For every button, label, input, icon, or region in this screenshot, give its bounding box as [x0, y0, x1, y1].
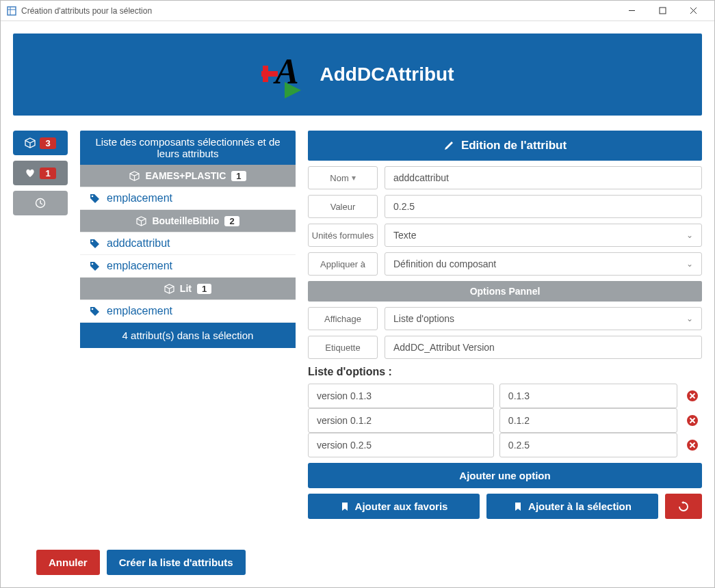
component-list-header: Liste des composants sélectionnés et de …: [80, 131, 296, 165]
component-list-footer: 4 attribut(s) dans la sélection: [80, 323, 296, 348]
app-icon: [6, 5, 17, 16]
cancel-button[interactable]: Annuler: [36, 550, 100, 575]
option-value-input[interactable]: [499, 433, 677, 457]
clock-icon: [35, 198, 46, 209]
valeur-label: Valeur: [308, 195, 378, 218]
attribute-row[interactable]: emplacement: [80, 187, 296, 210]
close-circle-icon: [686, 439, 699, 451]
tag-icon: [90, 193, 100, 204]
options-pannel-header: Options Pannel: [308, 281, 702, 302]
appliquer-label: Appliquer à: [308, 252, 378, 276]
bookmark-icon: [513, 502, 523, 511]
attribute-row[interactable]: emplacement: [80, 255, 296, 278]
refresh-icon: [678, 501, 689, 512]
sidebar-history-button[interactable]: [13, 191, 68, 215]
option-name-input[interactable]: [308, 384, 494, 408]
valeur-input[interactable]: [385, 195, 702, 218]
option-row: [308, 384, 702, 408]
tag-icon: [90, 306, 100, 317]
option-value-input[interactable]: [499, 408, 677, 433]
window-title: Création d'attributs pour la sélection: [21, 6, 152, 16]
unites-label: Unités formules: [308, 224, 378, 247]
cube-icon: [129, 171, 140, 181]
component-header[interactable]: BouteilleBiblio2: [80, 210, 296, 232]
attribute-name: emplacement: [107, 192, 172, 204]
option-name-input[interactable]: [308, 433, 494, 457]
svg-rect-2: [660, 8, 666, 14]
etiquette-input[interactable]: [385, 336, 702, 359]
maximize-button[interactable]: [647, 1, 678, 21]
caret-down-icon: ▾: [352, 173, 356, 183]
component-header[interactable]: EAMES+PLASTIC1: [80, 165, 296, 187]
sidebar: 3 1: [13, 131, 68, 519]
reset-button[interactable]: [665, 494, 702, 519]
cube-icon: [164, 284, 174, 294]
app-logo: A: [261, 51, 309, 98]
selection-count-badge: 3: [40, 137, 55, 149]
chevron-down-icon: ⌄: [686, 230, 693, 240]
option-value-input[interactable]: [499, 384, 677, 408]
option-row: [308, 408, 702, 433]
attribute-row[interactable]: emplacement: [80, 300, 296, 323]
pencil-icon: [443, 140, 454, 151]
add-option-button[interactable]: Ajouter une option: [308, 463, 702, 488]
svg-rect-0: [8, 7, 16, 15]
nom-label-button[interactable]: Nom ▾: [308, 166, 378, 189]
nom-input[interactable]: [385, 166, 702, 189]
unites-select[interactable]: Texte ⌄: [385, 224, 702, 247]
delete-option-button[interactable]: [683, 390, 702, 402]
add-to-favorites-button[interactable]: Ajouter aux favoris: [308, 494, 480, 519]
component-name: Lit: [180, 283, 192, 294]
chevron-down-icon: ⌄: [686, 259, 693, 269]
cube-icon: [25, 137, 36, 148]
option-name-input[interactable]: [308, 408, 494, 433]
cube-icon: [136, 216, 146, 226]
close-circle-icon: [686, 390, 699, 402]
app-window: Création d'attributs pour la sélection A…: [0, 0, 715, 588]
affichage-select[interactable]: Liste d'options ⌄: [385, 307, 702, 330]
affichage-label: Affichage: [308, 307, 378, 330]
delete-option-button[interactable]: [683, 439, 702, 451]
favorites-count-badge: 1: [40, 168, 55, 179]
component-name: BouteilleBiblio: [152, 215, 219, 226]
footer-bar: Annuler Créer la liste d'attributs: [36, 550, 246, 575]
attribute-row[interactable]: adddcattribut: [80, 232, 296, 255]
heart-icon: [25, 168, 36, 178]
attribute-name: emplacement: [107, 260, 172, 272]
attribute-editor-panel: Edition de l'attribut Nom ▾ Valeur Unité…: [308, 131, 702, 519]
svg-rect-7: [261, 71, 278, 77]
editor-header: Edition de l'attribut: [308, 131, 702, 161]
component-header[interactable]: Lit1: [80, 278, 296, 300]
component-count-badge: 2: [224, 216, 239, 226]
component-count-badge: 1: [231, 171, 246, 181]
delete-option-button[interactable]: [683, 414, 702, 427]
svg-point-12: [92, 263, 94, 265]
attribute-name: adddcattribut: [107, 237, 170, 250]
component-count-badge: 1: [197, 284, 211, 294]
close-circle-icon: [686, 414, 699, 427]
options-list-title: Liste d'options :: [308, 366, 702, 378]
svg-point-11: [92, 240, 94, 242]
svg-point-13: [92, 308, 94, 310]
tag-icon: [90, 261, 100, 271]
minimize-button[interactable]: [616, 1, 647, 21]
bookmark-icon: [340, 502, 350, 511]
close-window-button[interactable]: [678, 1, 709, 21]
etiquette-label: Etiquette: [308, 336, 378, 359]
chevron-down-icon: ⌄: [686, 314, 693, 323]
sidebar-selection-button[interactable]: 3: [13, 131, 68, 155]
appliquer-select[interactable]: Définition du composant ⌄: [385, 252, 702, 276]
banner-title: AddDCAttribut: [320, 64, 454, 85]
add-to-selection-button[interactable]: Ajouter à la sélection: [486, 494, 658, 519]
sidebar-favorites-button[interactable]: 1: [13, 161, 68, 185]
component-list-panel: Liste des composants sélectionnés et de …: [80, 131, 296, 519]
banner: A AddDCAttribut: [13, 34, 702, 116]
svg-point-10: [92, 195, 94, 197]
titlebar: Création d'attributs pour la sélection: [1, 1, 714, 21]
component-name: EAMES+PLASTIC: [145, 170, 226, 181]
attribute-name: emplacement: [107, 305, 172, 317]
editor-title: Edition de l'attribut: [461, 139, 567, 152]
svg-marker-17: [681, 501, 684, 504]
content: A AddDCAttribut 3 1: [1, 21, 714, 587]
create-list-button[interactable]: Créer la liste d'attributs: [107, 550, 246, 575]
